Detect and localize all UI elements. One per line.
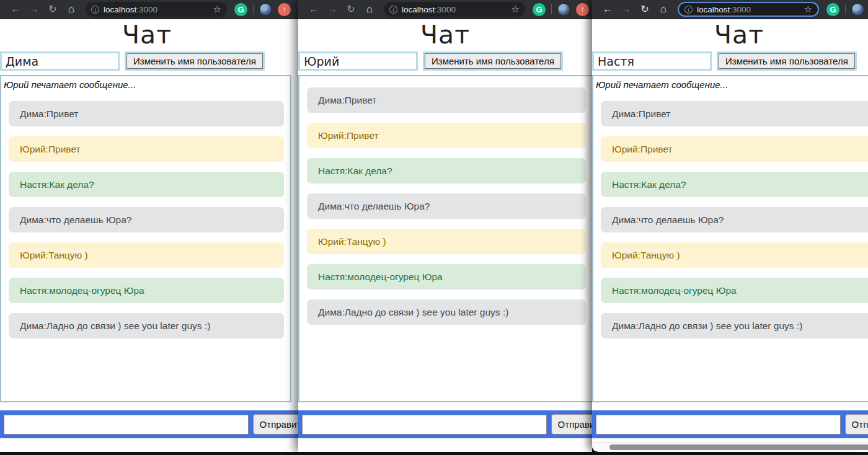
username-input[interactable] bbox=[298, 51, 418, 71]
chat-message: Настя:Как дела? bbox=[601, 172, 868, 197]
home-icon[interactable]: ⌂ bbox=[654, 0, 673, 19]
extension-area: G bbox=[826, 3, 864, 16]
message-input[interactable] bbox=[596, 415, 841, 435]
chat-message: Юрий:Танцую ) bbox=[307, 229, 586, 254]
message-input[interactable] bbox=[302, 415, 547, 435]
chat-message: Настя:молодец-огурец Юра bbox=[601, 278, 868, 303]
chat-message: Юрий:Привет bbox=[9, 136, 284, 162]
site-info-icon[interactable]: i bbox=[91, 6, 99, 14]
reload-icon[interactable]: ↻ bbox=[636, 0, 654, 19]
chat-message: Юрий:Танцую ) bbox=[9, 242, 284, 268]
username-input[interactable] bbox=[0, 51, 120, 71]
bookmark-star-icon[interactable]: ☆ bbox=[213, 4, 221, 15]
browser-window-yuri: ← → ↻ ⌂ i localhost:3000 ☆ G ↑ Чат Измен… bbox=[298, 0, 592, 452]
address-bar[interactable]: i localhost:3000 ☆ bbox=[384, 2, 525, 17]
toolbar-separator bbox=[253, 4, 254, 14]
forward-icon[interactable]: → bbox=[25, 0, 43, 19]
chat-message: Дима:Ладно до связи ) see you later guys… bbox=[601, 313, 868, 338]
send-message-form: Отправить bbox=[298, 410, 592, 438]
chat-message: Дима:Привет bbox=[9, 101, 284, 126]
forward-icon[interactable]: → bbox=[617, 0, 636, 19]
username-input[interactable] bbox=[592, 51, 712, 71]
uploader-extension-icon[interactable]: ↑ bbox=[278, 3, 291, 16]
chat-page: Чат Изменить имя пользователя Дима:Приве… bbox=[298, 19, 592, 451]
profile-avatar[interactable] bbox=[851, 3, 864, 16]
chat-message: Юрий:Привет bbox=[307, 123, 586, 148]
page-title: Чат bbox=[592, 20, 868, 50]
message-list: Дима:ПриветЮрий:ПриветНастя:Как дела?Дим… bbox=[595, 101, 868, 338]
profile-avatar[interactable] bbox=[557, 3, 570, 16]
send-message-form: Отправить bbox=[0, 410, 298, 438]
toolbar-separator bbox=[551, 4, 552, 14]
home-icon[interactable]: ⌂ bbox=[360, 0, 379, 19]
site-info-icon[interactable]: i bbox=[389, 6, 397, 14]
page-title: Чат bbox=[0, 20, 294, 50]
url-host: localhost bbox=[104, 5, 136, 14]
chat-log: Дима:ПриветЮрий:ПриветНастя:Как дела?Дим… bbox=[298, 75, 592, 402]
uploader-extension-icon[interactable]: ↑ bbox=[576, 3, 589, 16]
back-icon[interactable]: ← bbox=[598, 0, 617, 19]
reload-icon[interactable]: ↻ bbox=[43, 0, 62, 19]
url-port: :3000 bbox=[136, 5, 157, 14]
chat-message: Дима:что делаешь Юра? bbox=[9, 207, 284, 232]
chat-message: Дима:Ладно до связи ) see you later guys… bbox=[307, 299, 586, 325]
message-list: Дима:ПриветЮрий:ПриветНастя:Как дела?Дим… bbox=[301, 87, 591, 325]
url-host: localhost bbox=[697, 5, 730, 14]
username-form: Изменить имя пользователя bbox=[298, 51, 592, 71]
chat-log: Юрий печатает сообщение... Дима:ПриветЮр… bbox=[592, 75, 868, 402]
extension-area: G ↑ bbox=[533, 3, 589, 16]
chat-log: Юрий печатает сообщение... Дима:ПриветЮр… bbox=[0, 75, 291, 402]
chat-message: Дима:Ладно до связи ) see you later guys… bbox=[9, 313, 284, 338]
forward-icon[interactable]: → bbox=[323, 0, 342, 19]
message-input[interactable] bbox=[4, 415, 249, 435]
address-bar[interactable]: i localhost:3000 ☆ bbox=[86, 2, 227, 17]
change-name-button[interactable]: Изменить имя пользователя bbox=[423, 51, 563, 71]
chat-message: Настя:Как дела? bbox=[9, 172, 284, 197]
send-button[interactable]: Отправить bbox=[253, 414, 298, 435]
extension-area: G ↑ bbox=[234, 3, 291, 16]
send-button[interactable]: Отправить bbox=[551, 414, 592, 435]
message-list: Дима:ПриветЮрий:ПриветНастя:Как дела?Дим… bbox=[2, 101, 289, 338]
username-form: Изменить имя пользователя bbox=[592, 51, 868, 71]
url-host: localhost bbox=[402, 5, 435, 14]
username-form: Изменить имя пользователя bbox=[0, 51, 298, 71]
chat-message: Дима:что делаешь Юра? bbox=[307, 193, 586, 219]
grammarly-extension-icon[interactable]: G bbox=[826, 3, 839, 16]
bookmark-star-icon[interactable]: ☆ bbox=[512, 4, 520, 15]
url-port: :3000 bbox=[435, 5, 456, 14]
chat-message: Юрий:Привет bbox=[601, 136, 868, 162]
change-name-button[interactable]: Изменить имя пользователя bbox=[125, 51, 265, 71]
horizontal-scrollbar[interactable] bbox=[592, 442, 868, 451]
chat-message: Дима:Привет bbox=[307, 87, 586, 113]
typing-indicator: Юрий печатает сообщение... bbox=[4, 79, 289, 91]
site-info-icon[interactable]: i bbox=[684, 6, 693, 14]
chat-message: Настя:молодец-огурец Юра bbox=[307, 264, 586, 289]
back-icon[interactable]: ← bbox=[6, 0, 25, 19]
back-icon[interactable]: ← bbox=[304, 0, 323, 19]
browser-toolbar: ← → ↻ ⌂ i localhost:3000 ☆ G ↑ bbox=[298, 0, 592, 19]
browser-toolbar: ← → ↻ ⌂ i localhost:3000 ☆ G ↑ bbox=[0, 0, 298, 19]
send-message-form: Отправить bbox=[592, 410, 868, 438]
grammarly-extension-icon[interactable]: G bbox=[234, 3, 247, 16]
address-bar[interactable]: i localhost:3000 ☆ bbox=[678, 2, 819, 17]
typing-indicator: Юрий печатает сообщение... bbox=[596, 79, 868, 91]
grammarly-extension-icon[interactable]: G bbox=[533, 3, 546, 16]
chat-message: Юрий:Танцую ) bbox=[601, 242, 868, 268]
profile-avatar[interactable] bbox=[259, 3, 272, 16]
scrollbar-thumb[interactable] bbox=[609, 444, 868, 450]
bookmark-star-icon[interactable]: ☆ bbox=[804, 4, 812, 15]
chat-message: Дима:Привет bbox=[601, 101, 868, 126]
reload-icon[interactable]: ↻ bbox=[342, 0, 360, 19]
send-button[interactable]: Отправить bbox=[845, 414, 868, 435]
chat-message: Настя:Как дела? bbox=[307, 158, 586, 183]
browser-window-dima: ← → ↻ ⌂ i localhost:3000 ☆ G ↑ Чат Измен… bbox=[0, 0, 298, 452]
change-name-button[interactable]: Изменить имя пользователя bbox=[717, 51, 857, 71]
url-port: :3000 bbox=[730, 5, 751, 14]
browser-toolbar: ← → ↻ ⌂ i localhost:3000 ☆ G bbox=[592, 0, 868, 19]
chat-message: Настя:молодец-огурец Юра bbox=[9, 278, 284, 303]
page-title: Чат bbox=[298, 20, 592, 50]
home-icon[interactable]: ⌂ bbox=[62, 0, 81, 19]
chat-message: Дима:что делаешь Юра? bbox=[601, 207, 868, 232]
chat-page: Чат Изменить имя пользователя Юрий печат… bbox=[0, 19, 298, 451]
browser-window-nastya: ← → ↻ ⌂ i localhost:3000 ☆ G Чат Изменит… bbox=[592, 0, 868, 452]
